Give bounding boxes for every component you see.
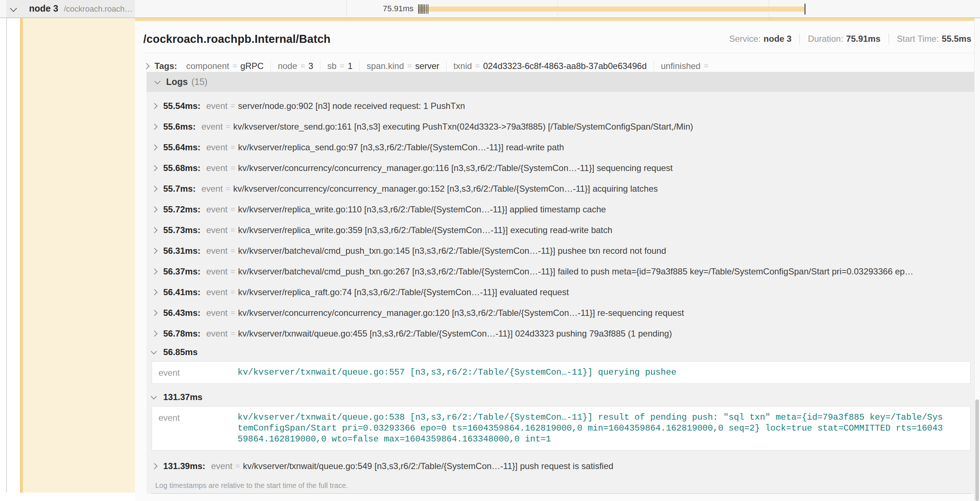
tag-txnid: txnid = 024d3323-6c8f-4863-aa8b-37ab0e63… xyxy=(446,61,654,71)
log-timestamp: 55.7ms: xyxy=(163,184,196,194)
chevron-down-icon xyxy=(151,394,157,400)
log-row[interactable]: 131.39ms: event = kv/kvserver/txnwait/qu… xyxy=(151,456,971,476)
span-duration-bar[interactable] xyxy=(418,6,805,12)
tag-value: gRPC xyxy=(240,61,264,71)
span-duration-label: 75.91ms xyxy=(359,4,414,13)
chevron-right-icon xyxy=(152,310,158,316)
left-gutter-divider xyxy=(6,0,7,493)
chevron-right-icon xyxy=(152,123,158,129)
log-field-value: kv/kvserver/replica_send.go:97 [n3,s3,r6… xyxy=(238,142,564,153)
log-timestamp: 55.72ms: xyxy=(163,204,200,215)
span-timeline-row[interactable]: node 3 /cockroach.roach… 75.91ms xyxy=(0,0,980,18)
service-label: Service: xyxy=(729,34,760,44)
log-marker-tick xyxy=(421,4,422,14)
log-marker-tick xyxy=(423,4,423,14)
selected-span-name-column xyxy=(22,18,135,493)
scrollbar-thumb[interactable] xyxy=(975,399,979,501)
log-field-value: server/node.go:902 [n3] node received re… xyxy=(238,101,465,111)
chevron-right-icon xyxy=(152,206,158,212)
log-field-value: kv/kvserver/replica_write.go:359 [n3,s3,… xyxy=(238,225,612,235)
log-row[interactable]: 56.37ms: event = kv/kvserver/batcheval/c… xyxy=(151,261,971,282)
log-timestamp: 56.85ms xyxy=(163,347,198,357)
log-marker-tick xyxy=(420,4,420,14)
log-row[interactable]: 56.43ms: event = kv/kvserver/concurrency… xyxy=(151,302,971,323)
log-timestamp: 56.37ms: xyxy=(163,266,200,277)
trace-view: node 3 /cockroach.roach… 75.91ms /cockro… xyxy=(0,0,980,501)
log-timestamp: 55.54ms: xyxy=(163,101,200,111)
log-row[interactable]: 55.73ms: event = kv/kvserver/replica_wri… xyxy=(151,220,971,240)
log-field-key: event xyxy=(206,225,228,235)
log-row[interactable]: 55.64ms: event = kv/kvserver/replica_sen… xyxy=(151,137,971,158)
log-timestamp: 55.68ms: xyxy=(163,163,200,173)
chevron-right-icon xyxy=(144,63,150,69)
log-field-key: event xyxy=(201,184,223,194)
chevron-right-icon xyxy=(152,144,158,150)
log-marker-tick xyxy=(426,4,426,14)
log-field-value: kv/kvserver/concurrency/concurrency_mana… xyxy=(238,163,673,173)
tag-value: 1 xyxy=(348,61,353,71)
equals-sign: = xyxy=(704,61,708,71)
log-row-expanded[interactable]: 131.37ms xyxy=(151,389,971,405)
span-operation-name[interactable]: /cockroach.roach… xyxy=(64,4,133,14)
span-color-stripe xyxy=(20,0,23,493)
span-service-name[interactable]: node 3 xyxy=(29,3,58,14)
log-timestamp: 55.6ms: xyxy=(163,121,196,132)
tag-component: component = gRPC xyxy=(179,61,270,71)
equals-sign: = xyxy=(226,122,230,131)
log-row[interactable]: 55.6ms: event = kv/kvserver/store_send.g… xyxy=(151,116,971,137)
log-marker-tick-end xyxy=(805,4,805,14)
log-row[interactable]: 56.31ms: event = kv/kvserver/batcheval/c… xyxy=(151,240,971,261)
chevron-right-icon xyxy=(152,227,158,233)
meta-separator xyxy=(799,34,800,44)
tag-value: 024d3323-6c8f-4863-aa8b-37ab0e63496d xyxy=(483,61,647,71)
log-field-key: event xyxy=(206,142,228,153)
tag-key: txnid xyxy=(453,61,472,71)
equals-sign: = xyxy=(230,246,235,255)
log-field-key: event xyxy=(206,246,228,256)
span-detail-panel: /cockroach.roachpb.Internal/Batch Servic… xyxy=(135,21,980,501)
tag-key: sb xyxy=(327,61,336,71)
equals-sign: = xyxy=(230,308,235,318)
log-row[interactable]: 55.72ms: event = kv/kvserver/replica_wri… xyxy=(151,199,971,220)
equals-sign: = xyxy=(230,143,235,152)
tag-value: 3 xyxy=(308,61,313,71)
log-timestamp: 55.64ms: xyxy=(163,142,200,153)
scrollbar-track[interactable] xyxy=(974,18,980,501)
equals-sign: = xyxy=(232,61,237,71)
tag-node: node = 3 xyxy=(270,61,320,71)
chevron-right-icon xyxy=(152,103,158,109)
logs-count: (15) xyxy=(191,77,207,87)
logs-accordion-header[interactable]: Logs (15) xyxy=(146,72,976,92)
log-row[interactable]: 55.68ms: event = kv/kvserver/concurrency… xyxy=(151,158,971,178)
tag-sb: sb = 1 xyxy=(320,61,360,71)
chevron-right-icon xyxy=(152,268,158,274)
equals-sign: = xyxy=(230,101,235,111)
collapse-span-chevron[interactable] xyxy=(11,6,16,12)
log-timestamp: 131.39ms: xyxy=(163,461,205,471)
log-row-expanded[interactable]: 56.85ms xyxy=(151,344,971,361)
duration-value: 75.91ms xyxy=(846,34,881,44)
log-row[interactable]: 56.41ms: event = kv/kvserver/replica_raf… xyxy=(151,282,971,302)
log-field-key: event xyxy=(206,101,228,111)
log-row[interactable]: 55.54ms: event = server/node.go:902 [n3]… xyxy=(151,96,971,116)
log-field-key: event xyxy=(206,163,228,173)
log-row[interactable]: 55.7ms: event = kv/kvserver/concurrency/… xyxy=(151,178,971,199)
log-timestamp: 56.31ms: xyxy=(163,246,200,256)
tag-key: span.kind xyxy=(367,61,404,71)
log-field-value[interactable]: kv/kvserver/txnwait/queue.go:557 [n3,s3,… xyxy=(237,367,945,378)
log-field-value[interactable]: kv/kvserver/txnwait/queue.go:538 [n3,s3,… xyxy=(237,412,945,445)
start-time-value: 55.5ms xyxy=(942,34,971,44)
timeline-gridline-25 xyxy=(346,0,347,18)
tag-key: node xyxy=(278,61,297,71)
log-row[interactable]: 56.78ms: event = kv/kvserver/txnwait/que… xyxy=(151,323,971,344)
log-timestamp: 56.78ms: xyxy=(163,329,200,339)
logs-footer-note: Log timestamps are relative to the start… xyxy=(151,476,971,494)
log-marker-tick xyxy=(424,4,425,14)
chevron-right-icon xyxy=(152,185,158,192)
span-detail-meta: Service: node 3 Duration: 75.91ms Start … xyxy=(729,34,971,44)
tag-key: unfinished xyxy=(661,61,700,71)
log-field-key: event xyxy=(206,204,228,215)
equals-sign: = xyxy=(230,287,235,297)
equals-sign: = xyxy=(300,61,305,71)
log-field-value: kv/kvserver/concurrency/concurrency_mana… xyxy=(238,308,684,318)
